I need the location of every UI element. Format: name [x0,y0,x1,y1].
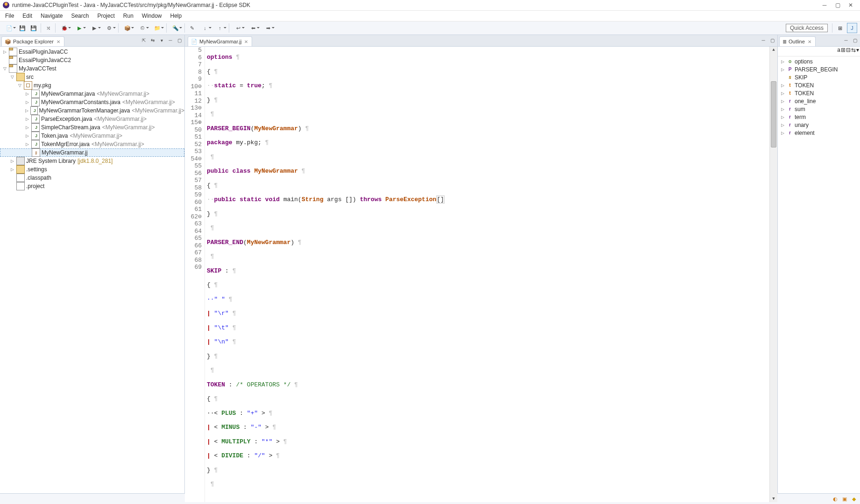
package-item[interactable]: ▽ my.pkg [0,81,184,90]
project-file[interactable]: .project [0,182,184,190]
quick-access-field[interactable]: Quick Access [786,24,828,32]
jj-file[interactable]: MyNewGrammar.jj [0,148,184,157]
maximize-button[interactable]: ▢ [831,1,844,9]
classpath-file[interactable]: .classpath [0,174,184,182]
status-updates-icon[interactable]: ◐ [831,495,839,503]
save-button[interactable]: 💾 [17,23,28,33]
outline-item[interactable]: ▷rsum [778,105,860,113]
scroll-thumb[interactable] [771,81,776,147]
menu-run[interactable]: Run [119,12,138,20]
nav-forward-button[interactable]: ➡ [261,23,275,33]
search-button[interactable]: 🔦 [169,23,183,33]
scroll-up-icon[interactable]: ▲ [772,47,775,53]
editor-body[interactable]: 5678910⊖111213⊖1415⊕5051525354⊖555657585… [185,47,777,502]
menu-help[interactable]: Help [166,12,186,20]
package-explorer-view: 📦 Package Explorer ✕ ⇱ ⇆ ▾ ─ ▢ ▷ EssaiPl… [0,35,185,493]
outline-tree[interactable]: ▷ooptions ▷PPARSER_BEGIN sSKIP ▷tTOKEN ▷… [778,56,860,504]
external-tools-button[interactable]: ⚙ [102,23,116,33]
last-edit-button[interactable]: ↩ [231,23,245,33]
outline-item[interactable]: ▷relement [778,129,860,137]
new-button[interactable]: 📄 [2,23,16,33]
toggle-mark-button[interactable]: ✎ [187,23,197,33]
close-icon[interactable]: ✕ [807,39,812,44]
settings-folder[interactable]: ▷ .settings [0,165,184,174]
close-button[interactable]: ✕ [844,1,857,9]
outline-item[interactable]: ▷rone_line [778,97,860,105]
outline-item[interactable]: ▷tTOKEN [778,81,860,89]
maximize-editor-button[interactable]: ▢ [768,36,776,44]
new-package-button[interactable]: 📦 [120,23,134,33]
menu-window[interactable]: Window [138,12,166,20]
toolbar-sep [118,23,119,33]
open-perspective-button[interactable]: ⊞ [835,23,845,33]
toolbar-sep [41,23,41,33]
java-file[interactable]: ▷ Token.java <MyNewGrammar.jj> [0,132,184,140]
menu-search[interactable]: Search [67,12,93,20]
package-explorer-tabbar: 📦 Package Explorer ✕ ⇱ ⇆ ▾ ─ ▢ [0,35,184,47]
close-icon[interactable]: ✕ [243,39,249,44]
collapse-button[interactable]: ⊟ [846,47,851,56]
sort-button[interactable]: a [837,47,840,56]
outline-icon: ≣ [782,39,787,45]
new-class-button[interactable]: © [135,23,149,33]
outline-item[interactable]: ▷ooptions [778,57,860,65]
package-explorer-title: Package Explorer [13,39,54,44]
menu-file[interactable]: File [1,12,18,20]
main-toolbar: 📄 💾 💾 ⤭ 🐞 ▶ ▶ ⚙ 📦 © 📁 🔦 ✎ ↓ ↑ ↩ ⬅ ➡ Quic… [0,21,860,35]
java-file[interactable]: ▷ ParseException.java <MyNewGrammar.jj> [0,115,184,123]
debug-button[interactable]: 🐞 [57,23,71,33]
jre-library[interactable]: ▷ JRE System Library [jdk1.8.0_281] [0,157,184,165]
link-editor-button[interactable]: ⇆ [148,36,157,44]
editor-tabbar: 📄 MyNewGrammar.jj ✕ ─ ▢ [185,35,777,47]
java-perspective-button[interactable]: J [847,23,857,33]
project-item[interactable]: ▷ EssaiPluginJavaCC [0,48,184,56]
project-item[interactable]: ▽ MyJavaCCTest [0,64,184,73]
java-file[interactable]: ▷ SimpleCharStream.java <MyNewGrammar.jj… [0,123,184,132]
editor-tab[interactable]: 📄 MyNewGrammar.jj ✕ [188,36,252,46]
scroll-down-icon[interactable]: ▼ [772,496,775,502]
filter-button[interactable]: ⊞ [841,47,846,56]
minimize-view-button[interactable]: ─ [166,36,175,44]
editor-vscrollbar[interactable]: ▲ ▼ [769,47,777,502]
view-menu-button[interactable]: ▾ [157,36,166,44]
minimize-button[interactable]: ─ [818,1,831,9]
outline-item[interactable]: ▷PPARSER_BEGIN [778,65,860,73]
minimize-editor-button[interactable]: ─ [759,36,768,44]
outline-item[interactable]: ▷tTOKEN [778,89,860,97]
skip-breakpoints-button[interactable]: ⤭ [43,23,53,33]
outline-item[interactable]: sSKIP [778,73,860,81]
menu-edit[interactable]: Edit [18,12,36,20]
new-folder-button[interactable]: 📁 [150,23,164,33]
outline-tab[interactable]: ≣ Outline ✕ [779,36,816,46]
coverage-button[interactable]: ▶ [87,23,101,33]
maximize-view-button[interactable]: ▢ [175,36,183,44]
status-tip-icon[interactable]: ◆ [850,495,858,503]
java-file[interactable]: ▷ TokenMgrError.java <MyNewGrammar.jj> [0,140,184,148]
project-item[interactable]: EssaiPluginJavaCC2 [0,56,184,64]
maximize-view-button[interactable]: ▢ [851,36,859,44]
collapse-all-button[interactable]: ⇱ [140,36,148,44]
status-progress-icon[interactable]: ▣ [840,495,849,503]
outline-item[interactable]: ▷rterm [778,113,860,121]
java-file[interactable]: ▷ MyNewGrammar.java <MyNewGrammar.jj> [0,90,184,98]
java-file[interactable]: ▷ MyNewGrammarConstants.java <MyNewGramm… [0,98,184,106]
outline-item[interactable]: ▷runary [778,121,860,129]
view-menu-button[interactable]: ▾ [856,47,859,56]
nav-back-button[interactable]: ⬅ [246,23,260,33]
save-all-button[interactable]: 💾 [28,23,39,33]
code-area[interactable]: options ¶ { ¶ ··static = true; ¶ } ¶ ¶ P… [205,47,769,502]
annotation-prev-button[interactable]: ↑ [213,23,227,33]
link-button[interactable]: ⇆ [851,47,856,56]
package-explorer-tree[interactable]: ▷ EssaiPluginJavaCC EssaiPluginJavaCC2 ▽… [0,47,184,493]
annotation-next-button[interactable]: ↓ [198,23,212,33]
src-folder[interactable]: ▽ src [0,73,184,81]
close-icon[interactable]: ✕ [56,39,61,44]
java-file[interactable]: ▷ MyNewGrammarTokenManager.java <MyNewGr… [0,106,184,115]
minimize-view-button[interactable]: ─ [842,36,850,44]
package-explorer-tab[interactable]: 📦 Package Explorer ✕ [1,36,64,46]
main-area: 📦 Package Explorer ✕ ⇱ ⇆ ▾ ─ ▢ ▷ EssaiPl… [0,35,860,493]
menu-project[interactable]: Project [93,12,119,20]
outline-view: ≣ Outline ✕ ─ ▢ a ⊞ ⊟ ⇆ [778,35,860,504]
run-button[interactable]: ▶ [72,23,86,33]
menu-navigate[interactable]: Navigate [36,12,67,20]
